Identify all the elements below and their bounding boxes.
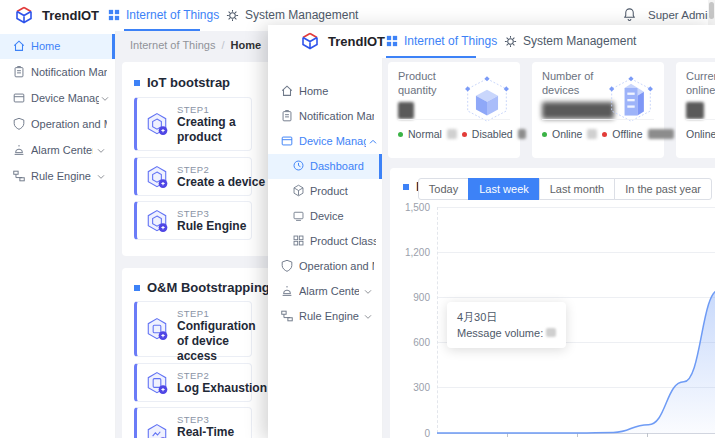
blue-bullet-icon — [403, 184, 409, 190]
stat-card-currently-online: Currently online Online yesterday — [676, 62, 715, 158]
blue-bullet-icon — [134, 80, 140, 86]
front-brand[interactable]: TrendIOT — [300, 31, 385, 51]
front-main: Product quantity Norm — [383, 58, 715, 438]
scrollbar-thumb[interactable] — [709, 2, 714, 19]
stat-footer: Online yesterday — [686, 128, 715, 140]
gear-icon — [504, 35, 517, 48]
guide-step-card[interactable]: STEP3 Real-Time — [134, 407, 252, 438]
clipboard-icon — [12, 65, 26, 79]
sidebar-item-alarm-center[interactable]: Alarm Center — [268, 279, 382, 304]
back-brand[interactable]: TrendIOT — [14, 5, 99, 25]
sidebar-item-notification-management[interactable]: Notification Management — [268, 104, 382, 129]
front-sidebar: Home Notification Management Device Mana… — [268, 58, 383, 438]
guide-step-card[interactable]: STEP2 Create a device — [134, 157, 252, 196]
cube-3d-icon — [460, 76, 514, 122]
sidebar-item-rule-engine[interactable]: Rule Engine — [268, 304, 382, 329]
front-header: TrendIOT Internet of Things — [268, 25, 715, 59]
bell-icon[interactable] — [622, 7, 637, 22]
back-tab-internet-of-things[interactable]: Internet of Things — [108, 8, 219, 22]
back-sidebar: Home Notification Management Device Mana… — [0, 31, 116, 438]
front-tab-internet-of-things[interactable]: Internet of Things — [386, 34, 497, 48]
front-tab-label: Internet of Things — [404, 34, 497, 48]
back-tab-system-management[interactable]: System Management — [226, 8, 358, 22]
grid-icon — [386, 35, 398, 47]
range-button-last-month[interactable]: Last month — [539, 178, 615, 200]
redacted-value — [398, 102, 414, 119]
chevron-down-icon — [364, 314, 372, 320]
device-message-card: Device Message Today Last week Last mont… — [390, 168, 715, 438]
front-window: TrendIOT Internet of Things — [268, 25, 715, 438]
sidebar-item-device-management[interactable]: Device Management — [268, 129, 382, 154]
hexagon-rule-icon — [145, 209, 169, 233]
screen: TrendIOT Internet of Things — [0, 0, 715, 438]
device-panel-icon — [280, 134, 294, 148]
stat-legend: Normal Disabled — [398, 128, 526, 140]
redacted-value — [518, 129, 526, 139]
guide-step-card[interactable]: STEP3 Rule Engine — [134, 201, 252, 240]
chevron-down-icon — [364, 289, 372, 295]
front-tab-system-management[interactable]: System Management — [504, 34, 636, 48]
sidebar-item-notification-management[interactable]: Notification Management — [0, 60, 115, 85]
green-dot-icon — [542, 132, 547, 137]
siren-icon — [12, 143, 26, 157]
breadcrumb-section[interactable]: Internet of Things — [130, 39, 215, 51]
divider — [398, 119, 510, 120]
y-axis-label: 0 — [394, 428, 430, 438]
y-axis-label: 900 — [394, 292, 430, 303]
device-panel-icon — [12, 91, 26, 105]
breadcrumb: Internet of Things / Home — [130, 39, 261, 51]
sidebar-item-operation-maintenance[interactable]: Operation and Maintenance — [0, 112, 115, 137]
sidebar-item-home[interactable]: Home — [268, 79, 382, 104]
sidebar-item-home[interactable]: Home — [0, 34, 115, 59]
hexagon-config-icon — [145, 317, 169, 341]
sidebar-item-alarm-center[interactable]: Alarm Center — [0, 138, 115, 163]
blue-bullet-icon — [134, 285, 140, 291]
sidebar-item-product[interactable]: Product — [268, 179, 382, 204]
tooltip-date: 4月30日 — [457, 309, 556, 325]
guide-step-card[interactable]: STEP1 Creating a product — [134, 97, 252, 151]
redacted-value — [447, 129, 457, 139]
flow-icon — [280, 309, 294, 323]
range-button-past-year[interactable]: In the past year — [614, 178, 712, 200]
user-menu[interactable]: Super Admin — [648, 9, 714, 21]
guide-step-card[interactable]: STEP2 Log Exhaustion — [134, 363, 252, 402]
guide-step-card[interactable]: STEP1 Configuration of device access — [134, 301, 252, 357]
range-button-today[interactable]: Today — [418, 178, 469, 200]
chart-tooltip: 4月30日 Message volume: — [447, 302, 566, 348]
chevron-down-icon — [97, 148, 105, 154]
trendiot-logo-icon — [14, 5, 34, 25]
flow-icon — [12, 169, 26, 183]
shield-icon — [280, 259, 294, 273]
sidebar-item-device[interactable]: Device — [268, 204, 382, 229]
redacted-value — [686, 102, 704, 119]
breadcrumb-separator: / — [221, 39, 224, 51]
tooltip-value-row: Message volume: — [457, 325, 556, 341]
chevron-up-icon — [369, 139, 377, 145]
sidebar-item-product-classification[interactable]: Product Classificat... — [268, 229, 382, 254]
back-tab-label: Internet of Things — [126, 8, 219, 22]
sidebar-item-operation-maintenance[interactable]: Operation and Maintenance — [268, 254, 382, 279]
stat-title: Currently online — [686, 69, 715, 97]
stat-card-product-quantity: Product quantity Norm — [388, 62, 520, 158]
sidebar-item-device-management[interactable]: Device Management — [0, 86, 115, 111]
hexagon-device-icon — [145, 165, 169, 189]
sidebar-item-rule-engine[interactable]: Rule Engine — [0, 164, 115, 189]
front-brand-label: TrendIOT — [328, 34, 385, 49]
grid-icon — [108, 9, 120, 21]
sidebar-item-dashboard[interactable]: Dashboard — [268, 154, 382, 179]
section-title: IoT bootstrap — [134, 75, 230, 90]
section-title: O&M Bootstrapping — [134, 280, 270, 295]
front-tab-label: System Management — [523, 34, 636, 48]
range-button-group: Today Last week Last month In the past y… — [418, 178, 712, 200]
divider — [542, 119, 654, 120]
chevron-down-icon — [101, 96, 109, 102]
home-icon — [12, 39, 26, 53]
y-axis-label: 1,200 — [394, 247, 430, 258]
redacted-value — [587, 129, 597, 139]
hexagon-product-icon — [145, 112, 169, 136]
gear-icon — [226, 9, 239, 22]
range-button-last-week[interactable]: Last week — [468, 178, 540, 200]
dashboard-clock-icon — [292, 159, 305, 172]
home-icon — [280, 84, 294, 98]
category-grid-icon — [292, 234, 305, 247]
